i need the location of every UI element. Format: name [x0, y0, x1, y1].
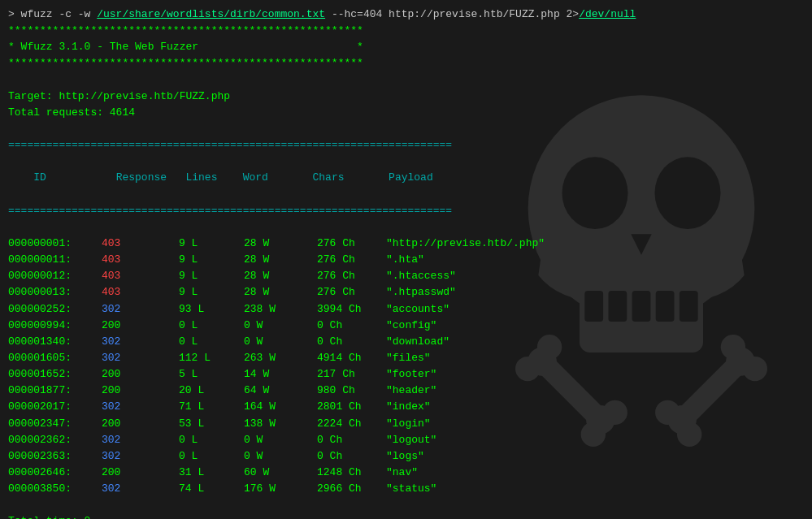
- target-line: Target: http://previse.htb/FUZZ.php: [8, 89, 804, 105]
- table-row: 000000001:4039 L28 W276 Ch"http://previs…: [8, 236, 804, 252]
- requests-line: Total requests: 4614: [8, 105, 804, 121]
- table-row: 000001605:302112 L263 W4914 Ch"files": [8, 350, 804, 366]
- wfuzz-version: * Wfuzz 3.1.0 - The Web Fuzzer *: [8, 39, 804, 55]
- table-row: 000000011:4039 L28 W276 Ch".hta": [8, 252, 804, 268]
- total-time: Total time: 0: [8, 513, 804, 519]
- star-line2: ****************************************…: [8, 55, 804, 71]
- table-row: 000000252:30293 L238 W3994 Ch"accounts": [8, 301, 804, 318]
- table-row: 000001877:20020 L64 W980 Ch"header": [8, 383, 804, 399]
- table-row: 000000994:2000 L0 W0 Ch"config": [8, 318, 804, 334]
- col-headers: ID Response Lines Word Chars Payload: [8, 154, 804, 202]
- blank3: [8, 219, 804, 236]
- results-container: 000000001:4039 L28 W276 Ch"http://previs…: [8, 236, 804, 497]
- table-row: 000000013:4039 L28 W276 Ch".htpasswd": [8, 284, 804, 301]
- blank1: [8, 72, 804, 89]
- table-row: 000003850:30274 L176 W2966 Ch"status": [8, 481, 804, 497]
- star-line1: ****************************************…: [8, 23, 804, 39]
- terminal: > wfuzz -c -w /usr/share/wordlists/dirb/…: [0, 0, 812, 519]
- table-row: 000002646:20031 L60 W1248 Ch"nav": [8, 465, 804, 481]
- table-row: 000000012:4039 L28 W276 Ch".htaccess": [8, 268, 804, 284]
- separator1: ========================================…: [8, 137, 804, 154]
- table-row: 000002362:3020 L0 W0 Ch"logout": [8, 432, 804, 448]
- table-row: 000002347:20053 L138 W2224 Ch"login": [8, 416, 804, 432]
- prompt-line: > wfuzz -c -w /usr/share/wordlists/dirb/…: [8, 6, 804, 23]
- table-row: 000002363:3020 L0 W0 Ch"logs": [8, 448, 804, 465]
- table-row: 000001340:3020 L0 W0 Ch"download": [8, 334, 804, 350]
- separator2: ========================================…: [8, 203, 804, 219]
- table-row: 000002017:30271 L164 W2801 Ch"index": [8, 399, 804, 415]
- table-row: 000001652:2005 L14 W217 Ch"footer": [8, 366, 804, 383]
- blank4: [8, 497, 804, 513]
- blank2: [8, 121, 804, 137]
